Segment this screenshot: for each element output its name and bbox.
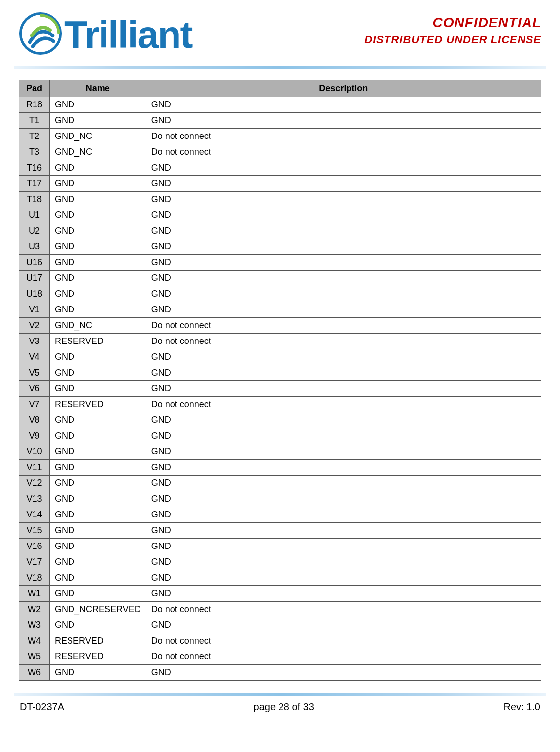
logo: Trilliant <box>19 12 192 57</box>
cell-desc: GND <box>146 428 541 444</box>
cell-name: GND <box>50 255 146 271</box>
cell-desc: GND <box>146 523 541 539</box>
cell-desc: GND <box>146 349 541 365</box>
cell-pad: V6 <box>19 381 50 397</box>
cell-pad: V15 <box>19 523 50 539</box>
cell-pad: T1 <box>19 113 50 129</box>
col-name: Name <box>50 80 146 97</box>
cell-name: RESERVED <box>50 633 146 649</box>
cell-name: GND_NC <box>50 318 146 334</box>
table-row: W1GNDGND <box>19 586 541 602</box>
cell-desc: Do not connect <box>146 334 541 349</box>
table-row: T3GND_NCDo not connect <box>19 144 541 160</box>
table-row: V9GNDGND <box>19 428 541 444</box>
cell-desc: Do not connect <box>146 602 541 617</box>
cell-name: GND_NC <box>50 144 146 160</box>
cell-name: GND <box>50 239 146 255</box>
cell-desc: Do not connect <box>146 649 541 665</box>
table-row: W4RESERVEDDo not connect <box>19 633 541 649</box>
cell-pad: T2 <box>19 129 50 144</box>
cell-name: RESERVED <box>50 649 146 665</box>
cell-pad: T16 <box>19 160 50 176</box>
cell-desc: GND <box>146 239 541 255</box>
cell-desc: GND <box>146 207 541 223</box>
cell-pad: U16 <box>19 255 50 271</box>
cell-name: GND <box>50 570 146 586</box>
table-row: V17GNDGND <box>19 554 541 570</box>
cell-pad: V1 <box>19 302 50 318</box>
page-num: page 28 of 33 <box>254 701 314 713</box>
cell-name: GND <box>50 476 146 491</box>
cell-pad: U1 <box>19 207 50 223</box>
table-row: W2GND_NCRESERVEDDo not connect <box>19 602 541 617</box>
table-row: V1GNDGND <box>19 302 541 318</box>
cell-desc: GND <box>146 444 541 460</box>
cell-name: GND <box>50 365 146 381</box>
cell-desc: GND <box>146 113 541 129</box>
cell-desc: GND <box>146 160 541 176</box>
cell-desc: GND <box>146 365 541 381</box>
cell-pad: V8 <box>19 412 50 428</box>
cell-pad: V2 <box>19 318 50 334</box>
table-header-row: Pad Name Description <box>19 80 541 97</box>
table-row: V11GNDGND <box>19 460 541 476</box>
cell-desc: GND <box>146 665 541 681</box>
cell-name: GND <box>50 412 146 428</box>
table-row: U2GNDGND <box>19 223 541 239</box>
cell-pad: W1 <box>19 586 50 602</box>
cell-desc: GND <box>146 223 541 239</box>
cell-desc: Do not connect <box>146 129 541 144</box>
cell-pad: V4 <box>19 349 50 365</box>
cell-name: GND <box>50 460 146 476</box>
confidential-label: CONFIDENTIAL <box>364 15 541 31</box>
cell-pad: V10 <box>19 444 50 460</box>
cell-desc: GND <box>146 507 541 523</box>
cell-pad: T18 <box>19 192 50 207</box>
cell-desc: GND <box>146 586 541 602</box>
header-divider <box>14 66 546 69</box>
cell-desc: Do not connect <box>146 397 541 412</box>
cell-name: GND <box>50 523 146 539</box>
table-row: V7RESERVEDDo not connect <box>19 397 541 412</box>
cell-name: GND <box>50 223 146 239</box>
cell-name: GND <box>50 617 146 633</box>
table-row: T18GNDGND <box>19 192 541 207</box>
table-row: V6GNDGND <box>19 381 541 397</box>
cell-pad: V5 <box>19 365 50 381</box>
table-row: W5RESERVEDDo not connect <box>19 649 541 665</box>
footer-divider <box>14 693 546 696</box>
cell-desc: GND <box>146 286 541 302</box>
cell-desc: GND <box>146 97 541 113</box>
table-row: W6GNDGND <box>19 665 541 681</box>
cell-name: GND <box>50 192 146 207</box>
cell-pad: U18 <box>19 286 50 302</box>
cell-name: RESERVED <box>50 334 146 349</box>
logo-text: Trilliant <box>64 15 192 54</box>
table-row: U16GNDGND <box>19 255 541 271</box>
cell-pad: T17 <box>19 176 50 192</box>
col-pad: Pad <box>19 80 50 97</box>
cell-pad: V16 <box>19 539 50 554</box>
col-desc: Description <box>146 80 541 97</box>
cell-name: GND <box>50 444 146 460</box>
table-row: U17GNDGND <box>19 271 541 286</box>
page-footer: DT-0237A page 28 of 33 Rev: 1.0 <box>19 701 541 713</box>
cell-desc: GND <box>146 539 541 554</box>
table-row: T17GNDGND <box>19 176 541 192</box>
table-row: W3GNDGND <box>19 617 541 633</box>
table-row: V3RESERVEDDo not connect <box>19 334 541 349</box>
cell-pad: W5 <box>19 649 50 665</box>
logo-swirl-icon <box>19 12 62 57</box>
cell-desc: GND <box>146 570 541 586</box>
cell-name: GND <box>50 160 146 176</box>
cell-desc: GND <box>146 192 541 207</box>
cell-name: GND_NCRESERVED <box>50 602 146 617</box>
cell-desc: GND <box>146 617 541 633</box>
cell-name: GND <box>50 491 146 507</box>
pin-table: Pad Name Description R18GNDGNDT1GNDGNDT2… <box>19 80 541 681</box>
cell-pad: U2 <box>19 223 50 239</box>
distributed-label: DISTRIBUTED UNDER LICENSE <box>364 34 541 46</box>
cell-pad: W2 <box>19 602 50 617</box>
table-row: T16GNDGND <box>19 160 541 176</box>
table-row: V12GNDGND <box>19 476 541 491</box>
